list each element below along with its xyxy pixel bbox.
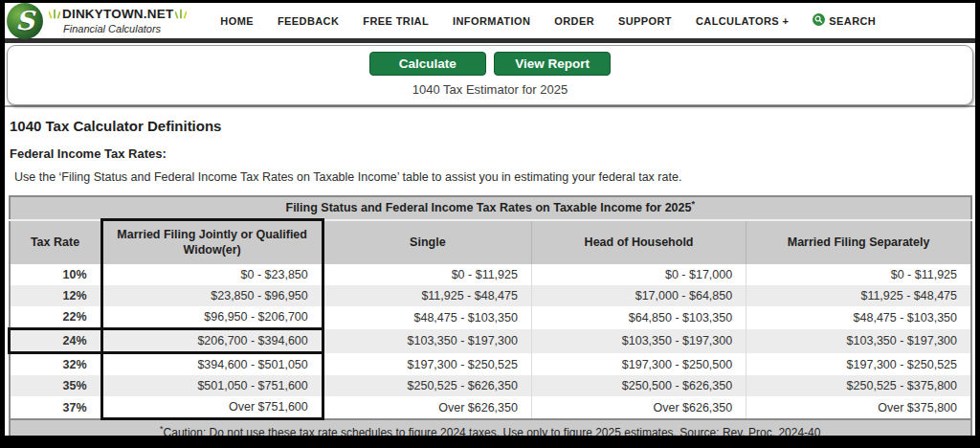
footnote-marker: * <box>691 199 695 209</box>
nav-item-feedback[interactable]: FEEDBACK <box>278 15 339 27</box>
table-title-row: Filing Status and Federal Income Tax Rat… <box>10 196 972 220</box>
nav-item-order[interactable]: ORDER <box>554 15 594 27</box>
col-header-tax-rate: Tax Rate <box>10 220 102 265</box>
action-buttons: Calculate View Report <box>8 52 972 76</box>
view-report-button[interactable]: View Report <box>494 52 611 76</box>
main-nav: HOME FEEDBACK FREE TRIAL INFORMATION ORD… <box>220 13 876 28</box>
calculator-strip: Calculate View Report 1040 Tax Estimator… <box>5 43 975 107</box>
definitions-section: 1040 Tax Calculator Definitions Federal … <box>5 118 975 436</box>
table-row-12pct: 12% $23,850 - $96,950 $11,925 - $48,475 … <box>10 285 972 306</box>
table-header-row: Tax Rate Married Filing Jointly or Quali… <box>10 220 972 265</box>
table-row-10pct: 10% $0 - $23,850 $0 - $11,925 $0 - $17,0… <box>10 264 972 285</box>
nav-item-information[interactable]: INFORMATION <box>453 15 530 27</box>
calculator-panel: Calculate View Report 1040 Tax Estimator… <box>7 45 973 105</box>
section-heading: Federal Income Tax Rates: <box>10 146 970 162</box>
nav-item-support[interactable]: SUPPORT <box>618 15 672 27</box>
page: S DINKYTOWN.NET Financial Calculators HO… <box>5 3 975 436</box>
site-header: S DINKYTOWN.NET Financial Calculators HO… <box>5 3 975 38</box>
site-name: DINKYTOWN.NET <box>62 8 173 22</box>
table-footnote-row: *Caution: Do not use these tax rate sche… <box>10 419 972 436</box>
search-icon <box>813 13 825 28</box>
site-logo[interactable]: S DINKYTOWN.NET Financial Calculators <box>7 3 187 39</box>
nav-item-free-trial[interactable]: FREE TRIAL <box>363 15 429 27</box>
dollar-s-logo-icon: S <box>7 3 43 39</box>
section-description: Use the ‘Filing Status and Federal Incom… <box>14 170 970 186</box>
table-row-32pct: 32% $394,600 - $501,050 $197,300 - $250,… <box>10 353 972 376</box>
table-row-24pct-highlighted: 24% $206,700 - $394,600 $103,350 - $197,… <box>10 329 972 353</box>
calculate-button[interactable]: Calculate <box>369 52 486 76</box>
nav-item-calculators[interactable]: CALCULATORS + <box>696 15 789 27</box>
wheat-sprig-icon <box>49 7 60 24</box>
nav-item-search[interactable]: SEARCH <box>813 13 876 28</box>
table-row-35pct: 35% $501,050 - $751,600 $250,525 - $626,… <box>10 375 972 396</box>
col-header-married-jointly: Married Filing Jointly or Qualified Wido… <box>101 220 323 265</box>
table-footnote: Caution: Do not use these tax rate sched… <box>164 426 821 436</box>
page-frame: S DINKYTOWN.NET Financial Calculators HO… <box>0 0 980 448</box>
col-header-single: Single <box>323 220 531 265</box>
nav-item-home[interactable]: HOME <box>220 15 254 27</box>
table-row-37pct: 37% Over $751,600 Over $626,350 Over $62… <box>10 396 972 419</box>
search-label: SEARCH <box>829 15 876 27</box>
tax-rate-table: Filing Status and Federal Income Tax Rat… <box>8 195 972 436</box>
col-header-head-of-household: Head of Household <box>531 220 746 265</box>
site-tagline: Financial Calculators <box>63 23 187 34</box>
table-row-22pct: 22% $96,950 - $206,700 $48,475 - $103,35… <box>10 306 972 329</box>
table-title: Filing Status and Federal Income Tax Rat… <box>286 201 692 214</box>
calculator-title: 1040 Tax Estimator for 2025 <box>8 82 972 97</box>
col-header-married-separately: Married Filing Separately <box>746 220 971 265</box>
wheat-sprig-icon <box>175 7 187 24</box>
page-title: 1040 Tax Calculator Definitions <box>10 118 970 135</box>
